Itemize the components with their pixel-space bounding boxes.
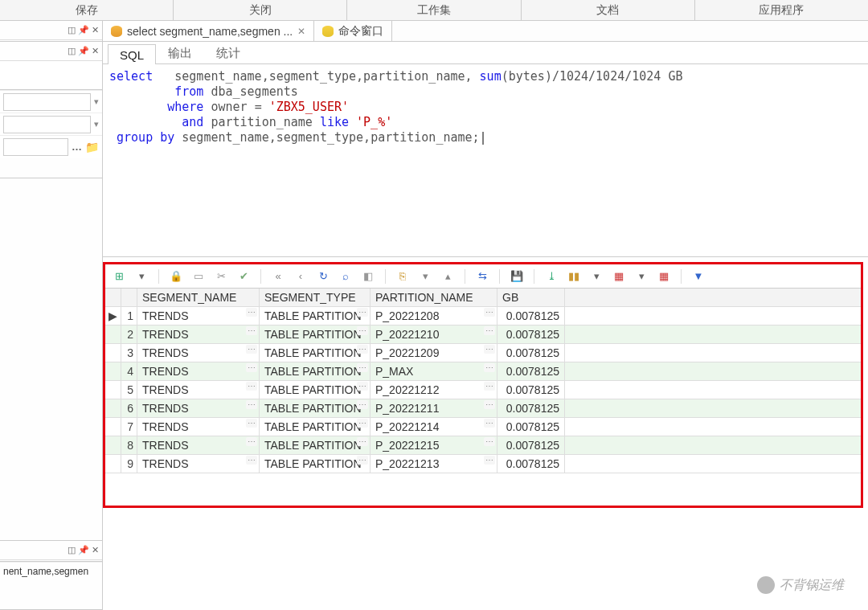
table-row[interactable]: 7TRENDS⋯TABLE PARTITION⋯P_20221214⋯0.007…	[105, 418, 861, 436]
close-icon[interactable]: ✕	[92, 46, 99, 56]
erase-icon[interactable]: ◧	[359, 268, 377, 285]
cell[interactable]: 0.0078125	[497, 325, 565, 343]
pin-icon[interactable]: 📌	[78, 545, 89, 555]
sql-editor[interactable]: select segment_name,segment_type,partiti…	[103, 64, 868, 257]
table-row[interactable]: 4TRENDS⋯TABLE PARTITION⋯P_MAX⋯0.0078125	[105, 362, 861, 381]
cell[interactable]: TRENDS⋯	[137, 325, 260, 343]
dock-icon[interactable]: ◫	[68, 25, 76, 35]
save-icon[interactable]: 💾	[508, 268, 526, 285]
cell[interactable]: TRENDS⋯	[137, 362, 260, 380]
cell[interactable]: TABLE PARTITION⋯	[260, 399, 371, 417]
menu-item[interactable]: 关闭	[174, 0, 347, 20]
cell[interactable]: P_20221208⋯	[371, 307, 497, 325]
cell[interactable]: TABLE PARTITION⋯	[260, 381, 371, 399]
dropdown-icon[interactable]: ▾	[133, 268, 150, 285]
cell[interactable]: 0.0078125	[497, 418, 565, 436]
column-header[interactable]: GB	[497, 289, 565, 306]
chevron-down-icon[interactable]: ▾	[94, 96, 99, 107]
cell[interactable]: TRENDS⋯	[137, 455, 260, 473]
column-header[interactable]: PARTITION_NAME	[371, 289, 497, 306]
cell[interactable]: 0.0078125	[497, 399, 565, 417]
lock-icon[interactable]: 🔒	[167, 268, 185, 285]
chevron-down-icon[interactable]: ▾	[94, 119, 99, 129]
cell[interactable]: 0.0078125	[497, 455, 565, 473]
cell[interactable]: TRENDS⋯	[137, 436, 260, 454]
doc-tab[interactable]: 命令窗口	[314, 21, 392, 41]
close-icon[interactable]: ✕	[92, 25, 99, 35]
first-icon[interactable]: «	[269, 268, 287, 285]
close-icon[interactable]: ✕	[92, 545, 99, 555]
cell[interactable]: 0.0078125	[497, 362, 565, 380]
cell[interactable]: 0.0078125	[497, 381, 565, 399]
cell[interactable]: TABLE PARTITION⋯	[260, 362, 371, 380]
path-input[interactable]	[3, 138, 68, 156]
up-icon[interactable]: ▴	[439, 268, 457, 285]
column-header[interactable]: SEGMENT_TYPE	[260, 289, 371, 306]
dropdown2-icon[interactable]: ▾	[588, 268, 605, 285]
filter-input-1[interactable]	[3, 93, 91, 111]
cell[interactable]: TABLE PARTITION⋯	[260, 436, 371, 454]
cell[interactable]: 0.0078125	[497, 307, 565, 325]
cell[interactable]: 0.0078125	[497, 344, 565, 362]
cell[interactable]: P_20221215⋯	[371, 436, 497, 454]
menu-item[interactable]: 工作集	[347, 0, 521, 20]
dock-icon[interactable]: ◫	[68, 46, 76, 56]
cell[interactable]: TABLE PARTITION⋯	[260, 418, 371, 436]
find-icon[interactable]: ⌕	[337, 268, 354, 285]
check-icon[interactable]: ✔	[235, 268, 252, 285]
sub-tab[interactable]: 输出	[156, 42, 204, 63]
menu-item[interactable]: 应用程序	[695, 0, 868, 20]
cell[interactable]: TABLE PARTITION⋯	[260, 455, 371, 473]
cell[interactable]: P_20221211⋯	[371, 399, 497, 417]
sub-tab[interactable]: SQL	[108, 44, 156, 64]
cell[interactable]: P_20221209⋯	[371, 344, 497, 362]
cut-icon[interactable]: ✂	[212, 268, 230, 285]
table-row[interactable]: 9TRENDS⋯TABLE PARTITION⋯P_20221213⋯0.007…	[105, 455, 861, 473]
menu-item[interactable]: 文档	[522, 0, 695, 20]
cell[interactable]: TABLE PARTITION⋯	[260, 344, 371, 362]
dock-icon[interactable]: ◫	[68, 545, 76, 555]
cell[interactable]: TABLE PARTITION⋯	[260, 307, 371, 325]
cell[interactable]: 0.0078125	[497, 436, 565, 454]
cell[interactable]: P_20221210⋯	[371, 325, 497, 343]
cell[interactable]: P_MAX⋯	[371, 362, 497, 380]
doc-tab[interactable]: select segment_name,segmen ...✕	[103, 21, 314, 41]
refresh-icon[interactable]: ↻	[314, 268, 332, 285]
pin-icon[interactable]: 📌	[78, 25, 89, 35]
cell[interactable]: P_20221212⋯	[371, 381, 497, 399]
chart-icon[interactable]: ▮▮	[565, 268, 583, 285]
export-icon[interactable]: ⤓	[542, 268, 560, 285]
prev-icon[interactable]: ‹	[292, 268, 309, 285]
folder-icon[interactable]: 📁	[85, 141, 99, 154]
table-row[interactable]: 5TRENDS⋯TABLE PARTITION⋯P_20221212⋯0.007…	[105, 381, 861, 399]
cell[interactable]: P_20221213⋯	[371, 455, 497, 473]
sub-tab[interactable]: 统计	[204, 42, 252, 63]
cell[interactable]: TRENDS⋯	[137, 418, 260, 436]
browse-icon[interactable]: …	[72, 141, 82, 153]
copy-icon[interactable]: ⎘	[394, 268, 411, 285]
close-icon[interactable]: ✕	[297, 26, 305, 37]
filter-input-2[interactable]	[3, 116, 91, 133]
link-icon[interactable]: ⇆	[473, 268, 491, 285]
table-row[interactable]: 3TRENDS⋯TABLE PARTITION⋯P_20221209⋯0.007…	[105, 344, 861, 362]
down-icon[interactable]: ▾	[416, 268, 434, 285]
cell[interactable]: TRENDS⋯	[137, 381, 260, 399]
dropdown3-icon[interactable]: ▾	[633, 268, 650, 285]
filter-icon[interactable]: ▼	[690, 268, 707, 285]
cell[interactable]: TABLE PARTITION⋯	[260, 325, 371, 343]
cell[interactable]: TRENDS⋯	[137, 344, 260, 362]
table-row[interactable]: 6TRENDS⋯TABLE PARTITION⋯P_20221211⋯0.007…	[105, 399, 861, 418]
page-icon[interactable]: ▭	[190, 268, 207, 285]
table-row[interactable]: 2TRENDS⋯TABLE PARTITION⋯P_20221210⋯0.007…	[105, 325, 861, 344]
table-icon[interactable]: ▦	[610, 268, 628, 285]
cell[interactable]: TRENDS⋯	[137, 399, 260, 417]
menu-item[interactable]: 保存	[0, 0, 174, 20]
table-row[interactable]: ▶1TRENDS⋯TABLE PARTITION⋯P_20221208⋯0.00…	[105, 307, 861, 325]
grid-icon[interactable]: ⊞	[110, 268, 128, 285]
grid2-icon[interactable]: ▦	[655, 268, 673, 285]
cell[interactable]: P_20221214⋯	[371, 418, 497, 436]
cell[interactable]: TRENDS⋯	[137, 307, 260, 325]
column-header[interactable]: SEGMENT_NAME	[137, 289, 260, 306]
pin-icon[interactable]: 📌	[78, 46, 89, 56]
table-row[interactable]: 8TRENDS⋯TABLE PARTITION⋯P_20221215⋯0.007…	[105, 436, 861, 455]
